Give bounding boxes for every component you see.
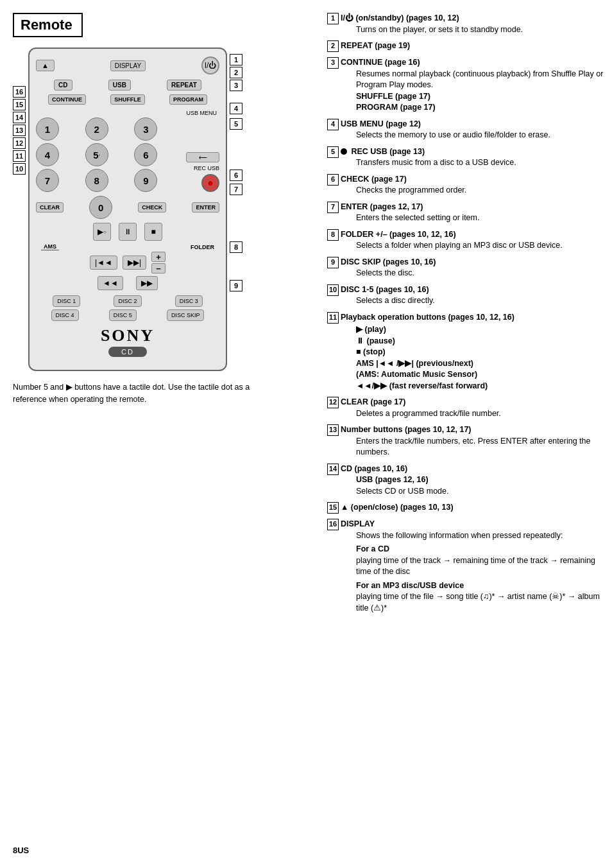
prev-button[interactable]: |◄◄: [90, 256, 117, 270]
item-16-desc: Shows the following information when pre…: [356, 530, 606, 542]
num-5-button[interactable]: 5·: [85, 143, 108, 166]
item-10-num: 10: [327, 284, 339, 296]
display-button[interactable]: DISPLAY: [110, 60, 146, 71]
repeat-button[interactable]: REPEAT: [167, 80, 201, 91]
num-3-button[interactable]: 3: [134, 117, 157, 141]
eject-icon: ▲: [42, 62, 49, 69]
zero-button[interactable]: 0: [89, 196, 112, 219]
shuffle-button[interactable]: SHUFFLE: [110, 94, 145, 105]
item-9-title: DISC SKIP (pages 10, 16): [341, 257, 436, 266]
folder-plus-button[interactable]: +: [151, 252, 166, 262]
item-3: 3 CONTINUE (page 16) Resumes normal play…: [327, 57, 606, 114]
item-7-desc: Enters the selected setting or item.: [356, 213, 606, 224]
program-button[interactable]: PROGRAM: [169, 94, 207, 105]
item-12: 12 CLEAR (page 17) Deletes a programmed …: [327, 397, 606, 419]
section-title: Remote: [21, 17, 72, 33]
play-button[interactable]: ▶ ○: [93, 223, 111, 241]
disc-skip-button[interactable]: DISC SKIP: [167, 309, 205, 321]
item-13-title: Number buttons (pages 10, 12, 17): [341, 425, 472, 434]
check-button[interactable]: CHECK: [138, 202, 166, 213]
item-2: 2 REPEAT (page 19): [327, 40, 606, 52]
bottom-controls-row: CLEAR 0 CHECK ENTER: [36, 196, 219, 219]
item-8: 8 FOLDER +/– (pages 10, 12, 16) Selects …: [327, 229, 606, 252]
rlabel-3: 3: [230, 80, 242, 91]
label-10: 10: [13, 163, 26, 175]
usb-mode-button[interactable]: USB: [108, 80, 131, 91]
page-number: 8US: [13, 846, 29, 855]
next-button[interactable]: ▶▶|: [123, 256, 146, 270]
rec-usb-section: ⟵ REC USB: [186, 117, 219, 192]
item-13: 13 Number buttons (pages 10, 12, 17) Ent…: [327, 424, 606, 458]
item-6: 6 CHECK (page 17) Checks the programmed …: [327, 174, 606, 196]
item-8-title: FOLDER +/– (pages 10, 12, 16): [341, 230, 456, 239]
item-3-desc: Resumes normal playback (continuous play…: [356, 69, 606, 91]
num-4-button[interactable]: 4: [36, 143, 59, 166]
remote-wrapper: 16 15 14 13 12 11 10 ▲ DISPLAY: [13, 48, 308, 371]
rlabel-2: 2: [230, 67, 242, 78]
number-pad: 1 2 3 4 5· 6 7 8 9: [36, 117, 181, 192]
item-15-title: ▲ (open/close) (pages 10, 13): [341, 503, 454, 512]
item-9: 9 DISC SKIP (pages 10, 16) Selects the d…: [327, 257, 606, 279]
fast-forward-button[interactable]: ▶▶: [136, 276, 158, 290]
right-number-labels: 1 2 3 4 5 6 7 8 9: [230, 48, 242, 293]
item-1-num: 1: [327, 13, 339, 24]
item-16: 16 DISPLAY Shows the following informati…: [327, 519, 606, 614]
enter-button[interactable]: ENTER: [192, 202, 219, 213]
display-label: DISPLAY: [115, 62, 142, 69]
disc4-button[interactable]: DISC 4: [51, 309, 79, 321]
item-7: 7 ENTER (pages 12, 17) Enters the select…: [327, 202, 606, 224]
stop-button[interactable]: ■: [144, 223, 162, 241]
folder-minus-button[interactable]: −: [151, 263, 166, 273]
item-6-num: 6: [327, 174, 339, 186]
item-12-desc: Deletes a programmed track/file number.: [356, 408, 606, 420]
num-8-button[interactable]: 8: [85, 169, 108, 192]
item-4-desc: Selects the memory to use or audio file/…: [356, 130, 606, 141]
item-14-desc: Selects CD or USB mode.: [356, 486, 606, 498]
page-container: Remote 16 15 14 13 12 11 10 ▲: [0, 0, 612, 868]
folder-label: FOLDER: [191, 244, 214, 250]
item-1: 1 I/⏻ (on/standby) (pages 10, 12) Turns …: [327, 13, 606, 35]
disc5-button[interactable]: DISC 5: [109, 309, 137, 321]
caption-text: Number 5 and ▶ buttons have a tactile do…: [13, 383, 250, 404]
fast-reverse-button[interactable]: ◄◄: [98, 276, 123, 290]
disc2-button[interactable]: DISC 2: [114, 295, 141, 307]
rlabel-4: 4: [230, 103, 242, 114]
item-4: 4 USB MENU (page 12) Selects the memory …: [327, 119, 606, 141]
num-2-button[interactable]: 2: [85, 117, 108, 141]
item-6-desc: Checks the programmed order.: [356, 185, 606, 196]
num-9-button[interactable]: 9: [134, 169, 157, 192]
cd-mode-button[interactable]: CD: [54, 80, 72, 91]
disc1-button[interactable]: DISC 1: [53, 295, 80, 307]
item-12-title: CLEAR (page 17): [341, 397, 405, 406]
item-6-title: CHECK (page 17): [341, 175, 407, 184]
item-12-num: 12: [327, 397, 339, 408]
num-1-button[interactable]: 1: [36, 117, 59, 141]
disc3-button[interactable]: DISC 3: [175, 295, 203, 307]
item-16-num: 16: [327, 519, 339, 530]
item-11-title: Playback operation buttons (pages 10, 12…: [341, 313, 514, 322]
item-7-title: ENTER (pages 12, 17): [341, 202, 423, 211]
item-11-sub: ▶ (play) ⏸ (pause) ■ (stop) AMS |◄◄ /▶▶|…: [356, 324, 606, 392]
clear-button[interactable]: CLEAR: [36, 202, 64, 213]
folder-control: + −: [151, 252, 166, 273]
rec-usb-button[interactable]: [201, 174, 219, 192]
num-6-button[interactable]: 6: [134, 143, 157, 166]
rec-usb-label: REC USB: [194, 165, 219, 171]
usb-menu-button[interactable]: ⟵: [186, 152, 219, 162]
item-2-title: REPEAT (page 19): [341, 41, 410, 50]
bullet-dot: [341, 148, 347, 155]
label-11: 11: [13, 150, 26, 162]
rlabel-8: 8: [230, 241, 242, 253]
item-15: 15 ▲ (open/close) (pages 10, 13): [327, 502, 606, 514]
usb-menu-label: USB MENU: [36, 110, 219, 116]
numpad-section: 1 2 3 4 5· 6 7 8 9 ⟵ REC USB: [36, 117, 219, 192]
item-3-sub2: PROGRAM (page 17): [356, 102, 606, 114]
num-7-button[interactable]: 7: [36, 169, 59, 192]
pause-button[interactable]: ⏸: [119, 223, 137, 241]
continue-button[interactable]: CONTINUE: [48, 94, 86, 105]
remote-top-row: ▲ DISPLAY I/⏻: [36, 56, 219, 74]
rlabel-9: 9: [230, 280, 242, 291]
nav-row: |◄◄ ▶▶| + −: [36, 252, 219, 273]
eject-button[interactable]: ▲: [36, 60, 55, 71]
power-button[interactable]: I/⏻: [201, 56, 219, 74]
